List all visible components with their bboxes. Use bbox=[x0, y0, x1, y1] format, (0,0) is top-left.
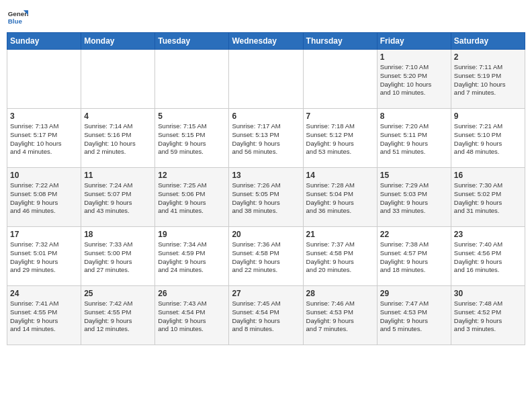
day-number: 6 bbox=[232, 111, 300, 121]
day-number: 5 bbox=[158, 111, 226, 121]
day-number: 25 bbox=[84, 289, 152, 298]
day-info: Sunrise: 7:22 AM Sunset: 5:08 PM Dayligh… bbox=[10, 181, 78, 216]
day-number: 17 bbox=[10, 230, 78, 239]
weekday-header-cell: Thursday bbox=[303, 33, 377, 50]
calendar-cell: 5Sunrise: 7:15 AM Sunset: 5:15 PM Daylig… bbox=[155, 109, 229, 168]
day-info: Sunrise: 7:15 AM Sunset: 5:15 PM Dayligh… bbox=[158, 122, 226, 156]
day-info: Sunrise: 7:14 AM Sunset: 5:16 PM Dayligh… bbox=[84, 122, 152, 156]
calendar-cell bbox=[81, 50, 155, 109]
weekday-header-cell: Sunday bbox=[7, 33, 81, 50]
header: General Blue bbox=[7, 7, 525, 28]
day-number: 26 bbox=[158, 289, 226, 298]
day-number: 8 bbox=[380, 111, 448, 121]
day-info: Sunrise: 7:10 AM Sunset: 5:20 PM Dayligh… bbox=[380, 63, 448, 97]
day-info: Sunrise: 7:47 AM Sunset: 4:53 PM Dayligh… bbox=[380, 300, 448, 334]
day-info: Sunrise: 7:13 AM Sunset: 5:17 PM Dayligh… bbox=[10, 122, 78, 156]
calendar-cell: 23Sunrise: 7:40 AM Sunset: 4:56 PM Dayli… bbox=[451, 227, 525, 286]
day-number: 22 bbox=[380, 230, 448, 239]
day-number: 28 bbox=[306, 289, 374, 298]
day-info: Sunrise: 7:37 AM Sunset: 4:58 PM Dayligh… bbox=[306, 240, 374, 275]
calendar-cell: 13Sunrise: 7:26 AM Sunset: 5:05 PM Dayli… bbox=[229, 168, 303, 227]
weekday-header-row: SundayMondayTuesdayWednesdayThursdayFrid… bbox=[7, 33, 525, 50]
weekday-header-cell: Saturday bbox=[451, 33, 525, 50]
calendar-cell: 4Sunrise: 7:14 AM Sunset: 5:16 PM Daylig… bbox=[81, 109, 155, 168]
day-number: 21 bbox=[306, 230, 374, 239]
calendar-cell: 27Sunrise: 7:45 AM Sunset: 4:54 PM Dayli… bbox=[229, 286, 303, 345]
calendar-cell: 7Sunrise: 7:18 AM Sunset: 5:12 PM Daylig… bbox=[303, 109, 377, 168]
day-number: 1 bbox=[380, 52, 448, 62]
calendar-cell: 11Sunrise: 7:24 AM Sunset: 5:07 PM Dayli… bbox=[81, 168, 155, 227]
calendar-week-row: 24Sunrise: 7:41 AM Sunset: 4:55 PM Dayli… bbox=[7, 286, 525, 345]
day-info: Sunrise: 7:42 AM Sunset: 4:55 PM Dayligh… bbox=[84, 300, 152, 334]
logo-icon: General Blue bbox=[7, 7, 28, 28]
calendar-cell: 21Sunrise: 7:37 AM Sunset: 4:58 PM Dayli… bbox=[303, 227, 377, 286]
calendar-week-row: 10Sunrise: 7:22 AM Sunset: 5:08 PM Dayli… bbox=[7, 168, 525, 227]
calendar-cell: 6Sunrise: 7:17 AM Sunset: 5:13 PM Daylig… bbox=[229, 109, 303, 168]
day-number: 18 bbox=[84, 230, 152, 239]
calendar-cell bbox=[229, 50, 303, 109]
day-number: 14 bbox=[306, 171, 374, 180]
calendar-cell: 26Sunrise: 7:43 AM Sunset: 4:54 PM Dayli… bbox=[155, 286, 229, 345]
day-info: Sunrise: 7:18 AM Sunset: 5:12 PM Dayligh… bbox=[306, 122, 374, 156]
calendar-cell: 3Sunrise: 7:13 AM Sunset: 5:17 PM Daylig… bbox=[7, 109, 81, 168]
calendar-cell: 25Sunrise: 7:42 AM Sunset: 4:55 PM Dayli… bbox=[81, 286, 155, 345]
day-info: Sunrise: 7:46 AM Sunset: 4:53 PM Dayligh… bbox=[306, 300, 374, 334]
calendar-cell: 24Sunrise: 7:41 AM Sunset: 4:55 PM Dayli… bbox=[7, 286, 81, 345]
calendar-cell: 14Sunrise: 7:28 AM Sunset: 5:04 PM Dayli… bbox=[303, 168, 377, 227]
calendar-week-row: 1Sunrise: 7:10 AM Sunset: 5:20 PM Daylig… bbox=[7, 50, 525, 109]
day-info: Sunrise: 7:28 AM Sunset: 5:04 PM Dayligh… bbox=[306, 181, 374, 216]
day-number: 7 bbox=[306, 111, 374, 121]
day-info: Sunrise: 7:30 AM Sunset: 5:02 PM Dayligh… bbox=[454, 181, 522, 216]
day-info: Sunrise: 7:17 AM Sunset: 5:13 PM Dayligh… bbox=[232, 122, 300, 156]
day-number: 4 bbox=[84, 111, 152, 121]
day-info: Sunrise: 7:41 AM Sunset: 4:55 PM Dayligh… bbox=[10, 300, 78, 334]
logo: General Blue bbox=[7, 7, 28, 28]
day-number: 10 bbox=[10, 171, 78, 180]
day-number: 20 bbox=[232, 230, 300, 239]
weekday-header-cell: Tuesday bbox=[155, 33, 229, 50]
day-number: 23 bbox=[454, 230, 522, 239]
calendar-cell bbox=[155, 50, 229, 109]
calendar-cell: 30Sunrise: 7:48 AM Sunset: 4:52 PM Dayli… bbox=[451, 286, 525, 345]
day-info: Sunrise: 7:45 AM Sunset: 4:54 PM Dayligh… bbox=[232, 300, 300, 334]
calendar-cell: 20Sunrise: 7:36 AM Sunset: 4:58 PM Dayli… bbox=[229, 227, 303, 286]
calendar-table: SundayMondayTuesdayWednesdayThursdayFrid… bbox=[7, 32, 525, 345]
day-info: Sunrise: 7:29 AM Sunset: 5:03 PM Dayligh… bbox=[380, 181, 448, 216]
calendar-cell: 16Sunrise: 7:30 AM Sunset: 5:02 PM Dayli… bbox=[451, 168, 525, 227]
day-info: Sunrise: 7:20 AM Sunset: 5:11 PM Dayligh… bbox=[380, 122, 448, 156]
calendar-week-row: 3Sunrise: 7:13 AM Sunset: 5:17 PM Daylig… bbox=[7, 109, 525, 168]
day-info: Sunrise: 7:25 AM Sunset: 5:06 PM Dayligh… bbox=[158, 181, 226, 216]
day-number: 3 bbox=[10, 111, 78, 121]
calendar-cell: 28Sunrise: 7:46 AM Sunset: 4:53 PM Dayli… bbox=[303, 286, 377, 345]
calendar-cell: 1Sunrise: 7:10 AM Sunset: 5:20 PM Daylig… bbox=[377, 50, 451, 109]
day-info: Sunrise: 7:26 AM Sunset: 5:05 PM Dayligh… bbox=[232, 181, 300, 216]
day-number: 16 bbox=[454, 171, 522, 180]
calendar-cell bbox=[7, 50, 81, 109]
calendar-cell: 2Sunrise: 7:11 AM Sunset: 5:19 PM Daylig… bbox=[451, 50, 525, 109]
day-number: 9 bbox=[454, 111, 522, 121]
day-info: Sunrise: 7:33 AM Sunset: 5:00 PM Dayligh… bbox=[84, 240, 152, 275]
day-info: Sunrise: 7:38 AM Sunset: 4:57 PM Dayligh… bbox=[380, 240, 448, 275]
day-number: 27 bbox=[232, 289, 300, 298]
day-info: Sunrise: 7:34 AM Sunset: 4:59 PM Dayligh… bbox=[158, 240, 226, 275]
calendar-cell bbox=[303, 50, 377, 109]
day-info: Sunrise: 7:43 AM Sunset: 4:54 PM Dayligh… bbox=[158, 300, 226, 334]
calendar-cell: 15Sunrise: 7:29 AM Sunset: 5:03 PM Dayli… bbox=[377, 168, 451, 227]
day-info: Sunrise: 7:21 AM Sunset: 5:10 PM Dayligh… bbox=[454, 122, 522, 156]
weekday-header-cell: Wednesday bbox=[229, 33, 303, 50]
day-number: 12 bbox=[158, 171, 226, 180]
day-info: Sunrise: 7:32 AM Sunset: 5:01 PM Dayligh… bbox=[10, 240, 78, 275]
calendar-week-row: 17Sunrise: 7:32 AM Sunset: 5:01 PM Dayli… bbox=[7, 227, 525, 286]
calendar-cell: 17Sunrise: 7:32 AM Sunset: 5:01 PM Dayli… bbox=[7, 227, 81, 286]
day-info: Sunrise: 7:24 AM Sunset: 5:07 PM Dayligh… bbox=[84, 181, 152, 216]
calendar-cell: 8Sunrise: 7:20 AM Sunset: 5:11 PM Daylig… bbox=[377, 109, 451, 168]
day-info: Sunrise: 7:48 AM Sunset: 4:52 PM Dayligh… bbox=[454, 300, 522, 334]
day-info: Sunrise: 7:36 AM Sunset: 4:58 PM Dayligh… bbox=[232, 240, 300, 275]
weekday-header-cell: Monday bbox=[81, 33, 155, 50]
day-number: 2 bbox=[454, 52, 522, 62]
calendar-cell: 29Sunrise: 7:47 AM Sunset: 4:53 PM Dayli… bbox=[377, 286, 451, 345]
calendar-cell: 18Sunrise: 7:33 AM Sunset: 5:00 PM Dayli… bbox=[81, 227, 155, 286]
calendar-cell: 10Sunrise: 7:22 AM Sunset: 5:08 PM Dayli… bbox=[7, 168, 81, 227]
day-number: 24 bbox=[10, 289, 78, 298]
calendar-cell: 12Sunrise: 7:25 AM Sunset: 5:06 PM Dayli… bbox=[155, 168, 229, 227]
